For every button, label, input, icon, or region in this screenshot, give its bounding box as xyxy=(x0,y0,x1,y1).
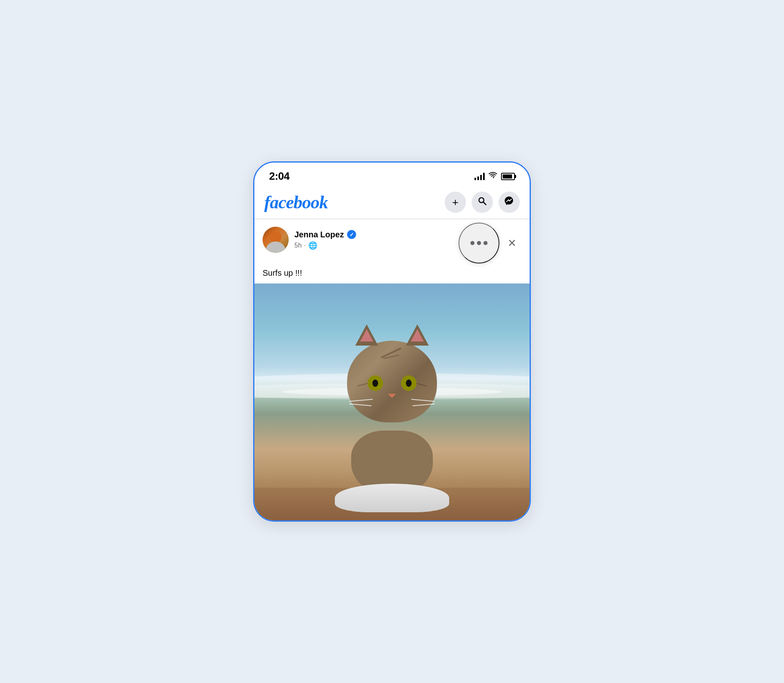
search-button[interactable] xyxy=(472,192,493,213)
status-bar: 2:04 xyxy=(254,163,530,187)
post-text: Surfs up !!! xyxy=(254,268,530,283)
search-icon xyxy=(477,196,487,208)
whisker-right-2 xyxy=(412,404,435,406)
post-header: Jenna Lopez ✓ 5h · 🌐 xyxy=(254,219,530,268)
battery-icon xyxy=(501,173,515,180)
user-name-row: Jenna Lopez ✓ xyxy=(294,230,356,239)
cat-eye-left xyxy=(368,375,383,391)
globe-icon: 🌐 xyxy=(308,241,317,250)
post-time: 5h xyxy=(294,242,302,249)
surfboard xyxy=(335,484,449,512)
status-time: 2:04 xyxy=(269,170,290,183)
avatar[interactable] xyxy=(263,227,289,253)
cat-nose xyxy=(388,394,396,398)
cat-inner-ear-left xyxy=(360,329,373,342)
page-background: 2:04 xyxy=(0,0,784,683)
header-actions: + xyxy=(445,192,520,213)
separator: · xyxy=(304,242,306,249)
cat-inner-ear-right xyxy=(411,329,424,342)
wifi-icon xyxy=(488,172,498,181)
whisker-left-1 xyxy=(349,399,373,402)
add-icon: + xyxy=(452,196,458,209)
messenger-button[interactable] xyxy=(499,192,520,213)
post-card: Jenna Lopez ✓ 5h · 🌐 xyxy=(254,219,530,520)
user-name[interactable]: Jenna Lopez xyxy=(294,230,344,239)
svg-line-1 xyxy=(483,202,486,205)
facebook-logo: facebook xyxy=(264,192,328,213)
whisker-right-1 xyxy=(411,399,435,402)
add-button[interactable]: + xyxy=(445,192,466,213)
messenger-icon xyxy=(504,196,514,209)
facebook-header: facebook + xyxy=(254,187,530,219)
cat-eye-right xyxy=(401,375,416,391)
post-image xyxy=(254,283,530,520)
more-options-button[interactable] xyxy=(459,223,499,263)
post-user-info: Jenna Lopez ✓ 5h · 🌐 xyxy=(263,227,356,253)
cat-container xyxy=(327,324,457,496)
verified-badge: ✓ xyxy=(347,230,356,239)
phone-frame: 2:04 xyxy=(253,161,531,522)
close-button[interactable]: ✕ xyxy=(503,234,521,252)
post-meta: 5h · 🌐 xyxy=(294,241,356,250)
cat-head xyxy=(347,341,437,422)
three-dots-icon xyxy=(470,241,488,245)
signal-icon xyxy=(474,173,485,180)
post-action-buttons: ✕ xyxy=(459,223,521,263)
status-icons xyxy=(474,172,515,181)
close-icon: ✕ xyxy=(508,237,517,250)
user-details: Jenna Lopez ✓ 5h · 🌐 xyxy=(294,230,356,250)
whisker-left-2 xyxy=(349,404,372,406)
